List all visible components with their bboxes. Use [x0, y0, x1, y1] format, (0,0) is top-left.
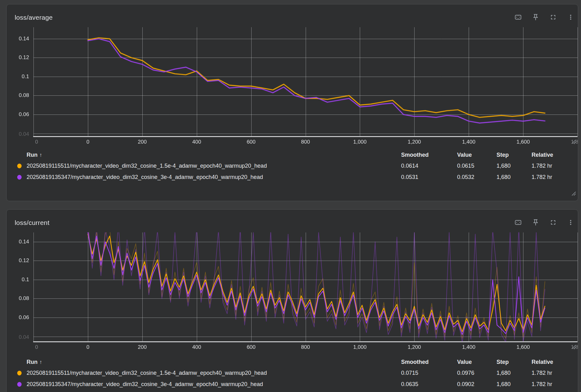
x-tick-label: 0: [77, 139, 99, 145]
fullscreen-icon[interactable]: [549, 218, 557, 227]
step-column-header[interactable]: Step: [497, 359, 532, 365]
x-edge-label: 0: [26, 139, 48, 145]
run-table: Run↑ Smoothed Value Step Relative 202508…: [7, 150, 578, 183]
smoothed-column-header[interactable]: Smoothed: [401, 359, 457, 365]
run-name[interactable]: 20250819115511/mycharacter_video_dim32_c…: [27, 370, 401, 376]
chart-title: loss/current: [15, 219, 49, 227]
run-color-dot: [17, 382, 22, 387]
run-color-dot: [17, 371, 22, 375]
value: 0.0902: [457, 381, 497, 388]
pin-icon[interactable]: [532, 13, 540, 21]
more-options-icon[interactable]: [567, 13, 575, 21]
table-row[interactable]: 20250819115511/mycharacter_video_dim32_c…: [13, 367, 578, 379]
run-column-header[interactable]: Run↑: [27, 359, 401, 365]
fit-to-data-icon[interactable]: [514, 13, 522, 21]
x-tick-label: 1,200: [403, 344, 425, 350]
value: 0.0976: [457, 370, 497, 376]
x-edge-label: 1,800: [567, 139, 578, 145]
smoothed-value: 0.0715: [401, 370, 457, 376]
value: 0.0615: [457, 163, 497, 169]
y-tick-label: 0.12: [7, 54, 29, 61]
run-table-header: Run↑ Smoothed Value Step Relative: [13, 150, 578, 160]
relative-column-header[interactable]: Relative: [532, 359, 578, 365]
x-edge-label: 0: [26, 344, 48, 350]
smoothed-value: 0.0531: [401, 174, 457, 181]
x-tick-label: 1,600: [512, 139, 534, 145]
more-options-icon[interactable]: [567, 218, 575, 227]
table-row[interactable]: 20250819115511/mycharacter_video_dim32_c…: [13, 160, 578, 171]
x-tick-label: 600: [240, 139, 262, 145]
run-name[interactable]: 20250819135347/mycharacter_video_dim32_c…: [27, 381, 401, 388]
run-column-header[interactable]: Run↑: [27, 152, 401, 158]
chart-title: loss/average: [15, 14, 53, 21]
table-row[interactable]: 20250819135347/mycharacter_video_dim32_c…: [13, 379, 578, 390]
x-tick-label: 0: [77, 344, 99, 350]
smoothed-value: 0.0614: [401, 163, 457, 169]
step-value: 1,680: [497, 163, 532, 169]
loss-average-plot[interactable]: [7, 4, 578, 145]
table-row[interactable]: 20250819135347/mycharacter_video_dim32_c…: [13, 171, 578, 183]
run-table: Run↑ Smoothed Value Step Relative 202508…: [7, 357, 578, 390]
x-tick-label: 800: [295, 344, 317, 350]
y-tick-label: 0.12: [7, 257, 29, 264]
y-tick-label: 0.1: [7, 74, 29, 80]
value-column-header[interactable]: Value: [457, 152, 497, 158]
x-tick-label: 600: [240, 344, 262, 350]
x-tick-label: 1,000: [349, 344, 371, 350]
run-name[interactable]: 20250819135347/mycharacter_video_dim32_c…: [27, 174, 401, 181]
run-table-header: Run↑ Smoothed Value Step Relative: [13, 357, 578, 367]
run-color-dot: [17, 164, 22, 168]
fit-to-data-icon[interactable]: [514, 218, 522, 227]
y-tick-label: 0.1: [7, 277, 29, 283]
y-edge-label: 0.04: [7, 131, 29, 137]
relative-value: 1.782 hr: [532, 381, 578, 388]
sort-ascending-icon: ↑: [39, 359, 42, 365]
chart-card-loss-current: loss/current: [6, 209, 578, 392]
x-tick-label: 800: [295, 139, 317, 145]
value-column-header[interactable]: Value: [457, 359, 497, 365]
x-tick-label: 200: [131, 139, 153, 145]
y-tick-label: 0.14: [7, 36, 29, 42]
pin-icon[interactable]: [532, 218, 540, 227]
x-tick-label: 200: [131, 344, 153, 350]
y-tick-label: 0.08: [7, 295, 29, 302]
smoothed-column-header[interactable]: Smoothed: [401, 152, 457, 158]
run-name[interactable]: 20250819115511/mycharacter_video_dim32_c…: [27, 163, 401, 169]
chart-card-loss-average: loss/average: [6, 4, 578, 201]
x-tick-label: 1,400: [458, 139, 480, 145]
smoothed-value: 0.0635: [401, 381, 457, 388]
step-column-header[interactable]: Step: [497, 152, 532, 158]
relative-column-header[interactable]: Relative: [532, 152, 578, 158]
relative-value: 1.782 hr: [532, 370, 578, 376]
x-tick-label: 400: [186, 344, 208, 350]
chart-toolbar: [514, 13, 575, 21]
x-tick-label: 1,000: [349, 139, 371, 145]
y-edge-label: 0.04: [7, 334, 29, 340]
step-value: 1,680: [497, 174, 532, 181]
x-tick-label: 400: [186, 139, 208, 145]
step-value: 1,680: [497, 381, 532, 388]
run-color-dot: [17, 175, 22, 180]
loss-current-plot[interactable]: [7, 210, 578, 350]
card-resize-handle[interactable]: [572, 191, 576, 196]
fullscreen-icon[interactable]: [549, 13, 557, 21]
y-tick-label: 0.14: [7, 239, 29, 245]
y-tick-label: 0.08: [7, 92, 29, 99]
x-tick-label: 1,400: [458, 344, 480, 350]
relative-value: 1.782 hr: [532, 174, 578, 181]
relative-value: 1.782 hr: [532, 163, 578, 169]
chart-toolbar: [514, 218, 575, 227]
sort-ascending-icon: ↑: [39, 152, 42, 158]
value: 0.0532: [457, 174, 497, 181]
step-value: 1,680: [497, 370, 532, 376]
x-tick-label: 1,600: [512, 344, 534, 350]
y-tick-label: 0.06: [7, 314, 29, 321]
x-edge-label: 1,800: [567, 344, 578, 350]
y-tick-label: 0.06: [7, 111, 29, 118]
x-tick-label: 1,200: [403, 139, 425, 145]
